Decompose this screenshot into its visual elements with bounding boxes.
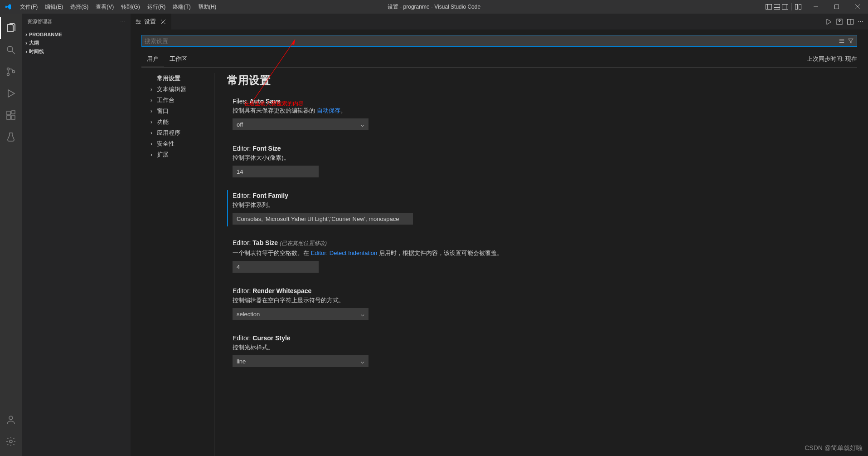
sidebar-section-timeline[interactable]: ›时间线 [22, 47, 131, 56]
menu-view[interactable]: 查看(V) [92, 0, 117, 14]
sidebar-section-outline[interactable]: ›大纲 [22, 39, 131, 47]
menu-edit[interactable]: 编辑(E) [41, 0, 67, 14]
source-control-icon[interactable] [0, 61, 22, 83]
title-bold: Auto Save [249, 98, 280, 105]
auto-save-select[interactable]: off⌵ [233, 118, 369, 130]
select-value: off [237, 121, 243, 128]
customize-layout-icon[interactable] [795, 3, 802, 10]
split-editor-icon[interactable] [847, 18, 854, 25]
svg-rect-0 [766, 5, 772, 10]
toc-application[interactable]: ›应用程序 [150, 127, 214, 138]
menu-go[interactable]: 转到(G) [117, 0, 143, 14]
svg-rect-6 [795, 5, 798, 10]
svg-rect-18 [7, 116, 10, 119]
more-icon[interactable]: ⋯ [858, 18, 863, 25]
setting-font-family: Editor: Font Family 控制字体系列。 [227, 190, 857, 226]
svg-line-13 [12, 51, 15, 54]
setting-desc: 一个制表符等于的空格数。在 Editor: Detect Indentation… [233, 249, 857, 257]
sidebar: 资源管理器 ⋯ ›PROGRANME ›大纲 ›时间线 [22, 14, 131, 456]
more-actions-icon[interactable]: ⋯ [120, 19, 125, 25]
testing-icon[interactable] [0, 126, 22, 148]
toc-label: 安全性 [157, 140, 175, 148]
auto-save-link[interactable]: 自动保存 [317, 107, 340, 114]
setting-desc: 控制字体大小(像素)。 [233, 154, 857, 162]
toggle-panel-icon[interactable] [773, 3, 781, 10]
tab-settings[interactable]: 设置 [131, 14, 172, 29]
menu-selection[interactable]: 选择(S) [67, 0, 92, 14]
toc-security[interactable]: ›安全性 [150, 138, 214, 149]
font-size-input[interactable] [233, 166, 319, 177]
svg-point-16 [13, 71, 15, 73]
title-prefix: Editor: [233, 145, 252, 152]
title-prefix: Files: [233, 98, 249, 105]
menu-terminal[interactable]: 终端(T) [169, 0, 194, 14]
menu-file[interactable]: 文件(F) [16, 0, 41, 14]
titlebar: 文件(F) 编辑(E) 选择(S) 查看(V) 转到(G) 运行(R) 终端(T… [0, 0, 868, 14]
settings-search[interactable] [141, 35, 857, 47]
chevron-right-icon: › [150, 152, 157, 158]
toc-common[interactable]: 常用设置 [150, 73, 214, 84]
minimize-button[interactable] [805, 0, 826, 14]
modified-hint: (已在其他位置修改) [280, 240, 327, 246]
watermark: CSDN @简单就好啦 [805, 444, 863, 452]
select-value: line [237, 358, 246, 365]
chevron-down-icon: ⌵ [361, 121, 364, 128]
title-prefix: Editor: [233, 334, 252, 342]
setting-render-whitespace: Editor: Render Whitespace 控制编辑器在空白字符上显示符… [227, 285, 857, 322]
scope-workspace-tab[interactable]: 工作区 [164, 51, 193, 67]
setting-font-size: Editor: Font Size 控制字体大小(像素)。 [227, 143, 857, 179]
font-family-input[interactable] [233, 213, 413, 225]
toc-text-editor[interactable]: ›文本编辑器 [150, 84, 214, 95]
maximize-button[interactable] [826, 0, 847, 14]
title-bold: Tab Size [252, 239, 278, 246]
explorer-icon[interactable] [0, 17, 22, 39]
toc-workbench[interactable]: ›工作台 [150, 95, 214, 106]
menu-run[interactable]: 运行(R) [144, 0, 170, 14]
toggle-secondary-sidebar-icon[interactable] [781, 3, 789, 10]
search-icon[interactable] [0, 39, 22, 61]
render-whitespace-select[interactable]: selection⌵ [233, 308, 369, 320]
close-icon[interactable] [160, 18, 167, 25]
chevron-right-icon: › [150, 141, 157, 147]
svg-point-22 [10, 440, 12, 443]
menu-bar: 文件(F) 编辑(E) 选择(S) 查看(V) 转到(G) 运行(R) 终端(T… [16, 0, 220, 14]
toc-label: 功能 [157, 118, 169, 126]
section-label: PROGRANME [29, 32, 62, 37]
tabs-bar: 设置 ⋯ [131, 14, 868, 29]
chevron-right-icon: › [150, 119, 157, 125]
settings-toc: 常用设置 ›文本编辑器 ›工作台 ›窗口 ›功能 ›应用程序 ›安全性 ›扩展 [141, 73, 214, 456]
cursor-style-select[interactable]: line⌵ [233, 355, 369, 367]
scope-user-tab[interactable]: 用户 [141, 51, 164, 67]
settings-heading: 常用设置 [227, 73, 857, 88]
setting-cursor-style: Editor: Cursor Style 控制光标样式。 line⌵ [227, 333, 857, 369]
run-debug-icon[interactable] [0, 83, 22, 104]
toc-extensions[interactable]: ›扩展 [150, 149, 214, 160]
split-down-icon[interactable] [836, 18, 843, 25]
section-label: 大纲 [29, 39, 39, 46]
detect-indentation-link[interactable]: Editor: Detect Indentation [311, 250, 378, 256]
title-prefix: Editor: [233, 239, 252, 246]
toc-window[interactable]: ›窗口 [150, 106, 214, 117]
search-input[interactable] [145, 38, 839, 44]
toc-features[interactable]: ›功能 [150, 117, 214, 127]
toc-label: 常用设置 [157, 74, 180, 83]
sync-status[interactable]: 上次同步时间: 现在 [807, 55, 857, 63]
settings-list[interactable]: 常用设置 Files: Auto Save 控制具有未保存更改的编辑器的 自动保… [214, 73, 857, 456]
title-bold: Cursor Style [252, 334, 290, 342]
filter-icon[interactable] [848, 38, 854, 44]
activity-bar [0, 14, 22, 456]
svg-rect-19 [11, 116, 15, 119]
tab-size-input[interactable] [233, 261, 319, 273]
svg-rect-2 [774, 5, 780, 10]
menu-help[interactable]: 帮助(H) [194, 0, 220, 14]
chevron-right-icon: › [150, 108, 157, 114]
run-icon[interactable] [825, 18, 832, 25]
settings-gear-icon[interactable] [0, 431, 22, 452]
sidebar-section-programme[interactable]: ›PROGRANME [22, 30, 131, 39]
clear-search-icon[interactable] [839, 38, 845, 44]
accounts-icon[interactable] [0, 409, 22, 431]
close-button[interactable] [847, 0, 868, 14]
extensions-icon[interactable] [0, 104, 22, 126]
toggle-primary-sidebar-icon[interactable] [765, 3, 772, 10]
svg-point-27 [139, 21, 140, 22]
